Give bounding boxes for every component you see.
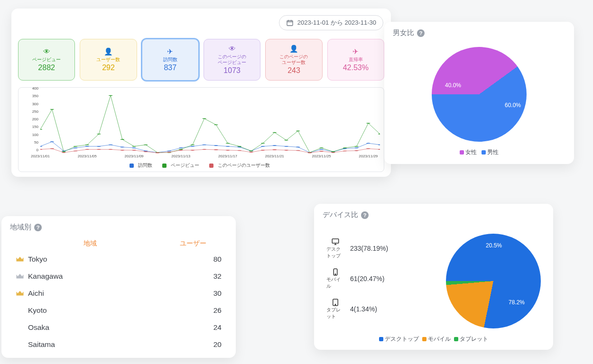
- svg-point-68: [120, 150, 125, 151]
- svg-point-7: [109, 145, 113, 146]
- svg-point-21: [272, 145, 277, 146]
- table-row: Kyoto26: [1, 302, 236, 319]
- metric-visits[interactable]: ✈ 訪問数 837: [142, 39, 199, 81]
- svg-rect-91: [332, 239, 339, 243]
- svg-point-58: [354, 146, 359, 147]
- svg-point-81: [272, 149, 277, 150]
- svg-point-78: [237, 150, 241, 151]
- svg-point-76: [214, 149, 218, 150]
- svg-point-69: [132, 150, 136, 151]
- svg-point-23: [296, 147, 300, 148]
- region-name: Osaka: [28, 323, 49, 332]
- region-users: 20: [184, 340, 222, 349]
- svg-point-4: [74, 147, 78, 148]
- table-row: Kanagawa32: [1, 268, 236, 285]
- svg-point-77: [226, 150, 230, 151]
- plane-icon: ✈: [167, 48, 173, 55]
- svg-point-75: [202, 149, 206, 150]
- svg-point-59: [366, 123, 371, 124]
- card-title: 男女比 ?: [384, 22, 574, 42]
- svg-point-2: [50, 141, 54, 142]
- svg-point-86: [331, 152, 335, 153]
- table-row: Saitama20: [1, 336, 236, 353]
- table-row: Tokyo80: [1, 251, 236, 268]
- svg-point-39: [132, 146, 136, 147]
- svg-point-55: [319, 147, 324, 148]
- svg-point-29: [366, 143, 371, 144]
- help-icon[interactable]: ?: [34, 224, 42, 231]
- device-list: デスクトップ 233(78.19%) モバイル 61(20.47%) タブレット…: [326, 229, 436, 328]
- help-icon[interactable]: ?: [417, 29, 425, 37]
- svg-rect-0: [287, 20, 293, 26]
- metric-users[interactable]: 👤 ユーザー数 292: [80, 39, 137, 81]
- metric-value: 2882: [38, 64, 55, 72]
- col-users: ユーザー: [165, 239, 222, 248]
- plane-icon: ✈: [352, 48, 359, 55]
- crown-icon: [16, 256, 24, 263]
- svg-point-20: [261, 146, 265, 147]
- gender-legend: 女性 男性: [384, 148, 574, 156]
- mobile-icon: [330, 268, 341, 276]
- svg-point-95: [335, 304, 336, 305]
- svg-point-1: [40, 146, 42, 147]
- region-card: 地域別 ? 地域 ユーザー Tokyo80Kanagawa32Aichi30Ky…: [1, 216, 236, 358]
- metric-value: 292: [102, 64, 115, 72]
- svg-point-71: [156, 153, 160, 154]
- help-icon[interactable]: ?: [361, 211, 369, 219]
- device-card: デバイス比 ? デスクトップ 233(78.19%) モバイル 61(20.47…: [314, 204, 553, 350]
- svg-point-52: [284, 140, 288, 141]
- calendar-icon: [286, 19, 294, 27]
- svg-point-73: [179, 150, 183, 151]
- svg-point-60: [378, 134, 380, 135]
- device-legend: デスクトップ モバイル タブレット: [314, 335, 553, 343]
- metric-pageview[interactable]: 👁 ページビュー 2882: [18, 39, 75, 81]
- metric-label: このページのユーザー数: [279, 54, 308, 65]
- metric-page-users[interactable]: 👤 このページのユーザー数 243: [265, 39, 322, 81]
- svg-point-9: [132, 147, 136, 148]
- svg-point-10: [144, 151, 148, 152]
- svg-point-93: [335, 274, 336, 275]
- svg-point-22: [284, 146, 288, 147]
- device-value: 61(20.47%): [350, 275, 384, 282]
- pie-label-female: 40.0%: [445, 82, 461, 89]
- svg-point-34: [74, 146, 78, 147]
- pie-label-desktop: 78.2%: [509, 299, 525, 306]
- svg-point-62: [50, 148, 54, 149]
- gender-card: 男女比 ? 40.0% 60.0% 女性 男性: [384, 22, 574, 164]
- svg-point-56: [331, 151, 335, 152]
- device-item-mobile: モバイル 61(20.47%): [326, 268, 436, 290]
- region-users: 26: [184, 306, 222, 315]
- region-users: 32: [184, 272, 222, 281]
- region-name: Saitama: [28, 340, 55, 349]
- metric-label: ユーザー数: [96, 57, 120, 63]
- metric-label: ページビュー: [32, 57, 61, 63]
- svg-point-85: [319, 151, 324, 152]
- metric-label: このページのページビュー: [218, 54, 246, 65]
- svg-point-12: [167, 151, 171, 152]
- svg-point-64: [74, 151, 78, 152]
- svg-point-37: [109, 95, 113, 96]
- pie-label-male: 60.0%: [505, 102, 521, 109]
- svg-point-57: [343, 147, 347, 148]
- date-range-picker[interactable]: 2023-11-01 から 2023-11-30: [279, 15, 383, 30]
- region-users: 80: [184, 255, 222, 264]
- y-axis: 050100150200250300350400: [20, 92, 40, 154]
- device-value: 4(1.34%): [350, 305, 377, 313]
- pie-label-mobile: 20.5%: [486, 242, 502, 249]
- svg-point-66: [97, 149, 101, 150]
- svg-point-44: [191, 145, 195, 146]
- svg-point-74: [191, 150, 195, 151]
- region-name: Tokyo: [28, 255, 47, 264]
- svg-point-5: [85, 146, 89, 147]
- metric-value: 1073: [223, 66, 241, 75]
- metric-value: 243: [287, 66, 300, 75]
- metric-page-pv[interactable]: 👁 このページのページビュー 1073: [204, 39, 260, 81]
- metric-bounce[interactable]: ✈ 直帰率 42.53%: [327, 39, 384, 81]
- crown-icon: [16, 273, 24, 280]
- svg-point-6: [97, 146, 101, 147]
- crown-icon: [16, 290, 24, 297]
- svg-point-53: [296, 130, 300, 131]
- svg-point-17: [226, 146, 230, 147]
- line-chart: 050100150200250300350400 2023/11/012023/…: [18, 87, 384, 172]
- svg-point-13: [179, 147, 183, 148]
